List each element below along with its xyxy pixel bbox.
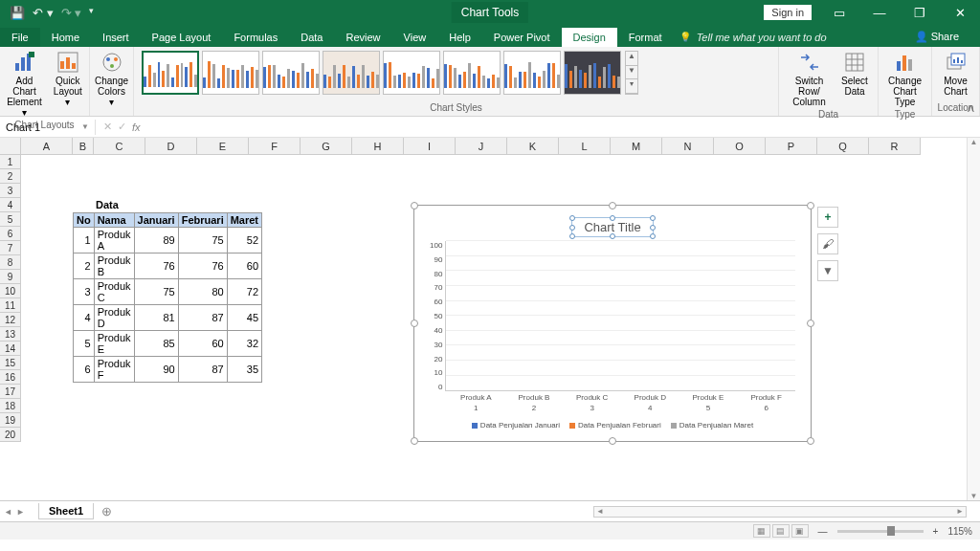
style-thumb-3[interactable]	[262, 51, 320, 95]
select-data-button[interactable]: Select Data	[835, 49, 874, 109]
tab-view[interactable]: View	[392, 28, 438, 47]
tab-help[interactable]: Help	[437, 28, 482, 47]
sheet-nav-prev[interactable]: ◄	[4, 507, 12, 517]
col-header-D[interactable]: D	[145, 138, 197, 155]
signin-button[interactable]: Sign in	[764, 5, 812, 20]
page-break-view-button[interactable]: ▣	[791, 524, 809, 538]
page-layout-view-button[interactable]: ▤	[772, 524, 790, 538]
col-header-J[interactable]: J	[456, 138, 507, 155]
move-chart-button[interactable]: Move Chart	[936, 49, 975, 99]
row-header-1[interactable]: 1	[0, 155, 21, 169]
tab-file[interactable]: File	[0, 28, 40, 47]
change-chart-type-button[interactable]: Change Chart Type	[882, 49, 927, 109]
row-header-20[interactable]: 20	[0, 428, 21, 442]
tab-data[interactable]: Data	[289, 28, 334, 47]
col-header-N[interactable]: N	[662, 138, 714, 155]
style-thumb-4[interactable]	[323, 51, 380, 95]
chart-title[interactable]: Chart Title	[571, 217, 653, 237]
tab-design[interactable]: Design	[562, 28, 617, 47]
tab-review[interactable]: Review	[334, 28, 391, 47]
row-header-9[interactable]: 9	[0, 270, 21, 284]
col-header-L[interactable]: L	[559, 138, 611, 155]
col-header-E[interactable]: E	[197, 138, 249, 155]
style-thumb-7[interactable]	[503, 51, 561, 95]
col-header-K[interactable]: K	[507, 138, 559, 155]
row-header-2[interactable]: 2	[0, 169, 21, 184]
chart-plot-area[interactable]: 1009080706050403020100	[422, 241, 803, 391]
tab-power-pivot[interactable]: Power Pivot	[482, 28, 562, 47]
zoom-slider[interactable]	[837, 530, 924, 533]
row-header-17[interactable]: 17	[0, 385, 21, 399]
row-header-3[interactable]: 3	[0, 184, 21, 198]
worksheet-grid[interactable]: ABCDEFGHIJKLMNOPQR 123456789101112131415…	[0, 138, 980, 500]
col-header-P[interactable]: P	[766, 138, 817, 155]
vertical-scrollbar[interactable]: ▲ ▼	[967, 138, 980, 500]
ribbon-display-icon[interactable]: ▭	[819, 6, 859, 20]
legend-item[interactable]: Data Penjualan Januari	[472, 421, 560, 430]
col-header-B[interactable]: B	[73, 138, 94, 155]
tab-formulas[interactable]: Formulas	[222, 28, 289, 47]
col-header-I[interactable]: I	[404, 138, 456, 155]
chart-object[interactable]: Chart Title 1009080706050403020100 Produ…	[413, 205, 812, 442]
switch-row-column-button[interactable]: Switch Row/ Column	[783, 49, 835, 109]
zoom-in-button[interactable]: +	[933, 526, 939, 537]
enter-formula-icon[interactable]: ✓	[118, 121, 126, 133]
chart-styles-gallery[interactable]	[138, 49, 625, 102]
redo-icon[interactable]: ↷ ▾	[61, 6, 82, 20]
row-header-12[interactable]: 12	[0, 313, 21, 327]
zoom-level[interactable]: 115%	[947, 526, 972, 537]
row-header-10[interactable]: 10	[0, 284, 21, 298]
collapse-ribbon-icon[interactable]: ᐱ	[968, 103, 974, 114]
quick-layout-button[interactable]: Quick Layout ▾	[48, 49, 88, 120]
tab-insert[interactable]: Insert	[91, 28, 141, 47]
col-header-O[interactable]: O	[714, 138, 766, 155]
col-header-G[interactable]: G	[301, 138, 352, 155]
sheet-tab-1[interactable]: Sheet1	[38, 503, 94, 519]
row-header-18[interactable]: 18	[0, 399, 21, 413]
row-header-6[interactable]: 6	[0, 227, 21, 241]
chart-legend[interactable]: Data Penjualan JanuariData Penjualan Feb…	[422, 413, 803, 433]
row-header-15[interactable]: 15	[0, 356, 21, 370]
col-header-R[interactable]: R	[869, 138, 921, 155]
style-thumb-8[interactable]	[564, 51, 621, 95]
table-row[interactable]: 5Produk E856032	[74, 331, 262, 357]
col-header-H[interactable]: H	[352, 138, 404, 155]
col-header-A[interactable]: A	[21, 138, 73, 155]
chart-bars[interactable]	[445, 241, 795, 391]
sheet-nav-next[interactable]: ►	[16, 507, 25, 517]
maximize-icon[interactable]: ❐	[900, 6, 940, 20]
tab-page-layout[interactable]: Page Layout	[141, 28, 223, 47]
row-header-16[interactable]: 16	[0, 370, 21, 385]
table-row[interactable]: 1Produk A897552	[74, 228, 262, 253]
table-row[interactable]: 6Produk F908735	[74, 357, 262, 383]
tellme-input[interactable]: Tell me what you want to do	[674, 28, 827, 47]
row-header-8[interactable]: 8	[0, 255, 21, 270]
row-header-11[interactable]: 11	[0, 298, 21, 313]
close-icon[interactable]: ✕	[940, 6, 980, 20]
styles-scroll[interactable]: ▲▼▾	[625, 51, 638, 95]
qat-customize-icon[interactable]: ▾	[89, 6, 94, 20]
row-header-7[interactable]: 7	[0, 241, 21, 255]
style-thumb-6[interactable]	[443, 51, 501, 95]
col-header-Q[interactable]: Q	[817, 138, 869, 155]
row-header-5[interactable]: 5	[0, 212, 21, 227]
horizontal-scrollbar[interactable]: ◄ ►	[593, 506, 967, 518]
normal-view-button[interactable]: ▦	[753, 524, 770, 538]
col-header-C[interactable]: C	[94, 138, 145, 155]
share-button[interactable]: 👤 Share	[903, 27, 970, 47]
table-row[interactable]: 3Produk C758072	[74, 279, 262, 305]
tab-home[interactable]: Home	[40, 28, 91, 47]
fx-icon[interactable]: fx	[132, 121, 141, 133]
zoom-out-button[interactable]: —	[818, 526, 828, 537]
row-header-19[interactable]: 19	[0, 413, 21, 428]
style-thumb-5[interactable]	[383, 51, 440, 95]
style-thumb-2[interactable]	[202, 51, 259, 95]
chart-elements-button[interactable]: +	[817, 207, 838, 228]
legend-item[interactable]: Data Penjualan Februari	[569, 421, 661, 430]
save-icon[interactable]: 💾	[10, 6, 25, 20]
row-header-4[interactable]: 4	[0, 198, 21, 212]
change-colors-button[interactable]: Change Colors ▾	[89, 49, 134, 109]
chart-filter-button[interactable]: ▼	[817, 260, 838, 281]
add-sheet-button[interactable]: ⊕	[101, 504, 112, 518]
data-table[interactable]: No Nama Januari Februari Maret 1Produk A…	[73, 212, 262, 383]
